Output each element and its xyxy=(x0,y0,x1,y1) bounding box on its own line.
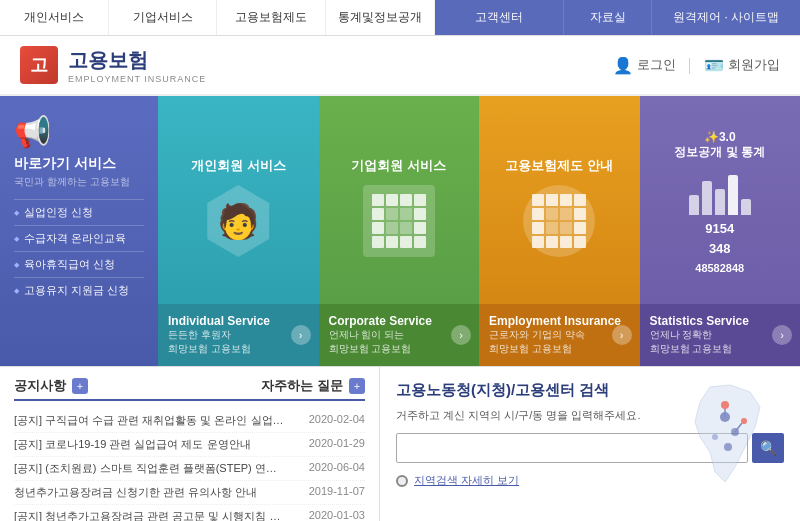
login-button[interactable]: 👤 로그인 xyxy=(613,56,676,75)
logo-text-block: 고용보험 EMPLOYMENT INSURANCE xyxy=(68,47,206,84)
notice-date: 2019-11-07 xyxy=(309,485,365,500)
faq-tab-label[interactable]: 자주하는 질문 xyxy=(261,377,343,395)
sidebar-link-4[interactable]: ◆ 고용유지 지원금 신청 xyxy=(14,277,144,303)
tile-employment-desc: 근로자와 기업의 약속 희망보험 고용보험 xyxy=(489,328,630,356)
svg-point-7 xyxy=(741,418,747,424)
tile-employment-icon xyxy=(523,185,595,257)
radio-button[interactable] xyxy=(396,475,408,487)
top-nav-insurance[interactable]: 고용보험제도 xyxy=(217,0,326,35)
region-search-label[interactable]: 지역검색 자세히 보기 xyxy=(414,473,519,488)
svg-point-3 xyxy=(724,443,732,451)
sidebar-subtitle: 국민과 함께하는 고용보험 xyxy=(14,175,144,189)
notice-item[interactable]: 청년추가고용장려금 신청기한 관련 유의사항 안내 2019-11-07 xyxy=(14,481,365,505)
megaphone-icon: 📢 xyxy=(14,114,144,149)
top-nav-corporate[interactable]: 기업서비스 xyxy=(109,0,218,35)
logo-icon: 고 xyxy=(20,46,58,84)
tile-employment-top: 고용보험제도 안내 xyxy=(479,96,640,304)
notice-item[interactable]: [공지] (조치원료) 스마트 직업훈련 플랫폼(STEP) 연계서비... 2… xyxy=(14,457,365,481)
tile-corporate-title-en: Corporate Service xyxy=(329,314,470,328)
faq-plus-btn[interactable]: + xyxy=(349,378,365,394)
header-divider: │ xyxy=(686,58,694,73)
top-navigation: 개인서비스 기업서비스 고용보험제도 통계및정보공개 고객센터 자료실 원격제어… xyxy=(0,0,800,36)
sidebar-link-2[interactable]: ◆ 수급자격 온라인교육 xyxy=(14,225,144,251)
bottom-section: 공지사항 + 자주하는 질문 + [공지] 구직급여 수급 관련 재취업활동 및… xyxy=(0,366,800,521)
tile-individual-icon: 🧑 xyxy=(202,185,274,257)
top-nav-personal[interactable]: 개인서비스 xyxy=(0,0,109,35)
notice-date: 2020-01-03 xyxy=(309,509,365,521)
tile-individual[interactable]: 개인회원 서비스 🧑 Individual Service 든든한 후원자 희망… xyxy=(158,96,319,366)
diamond-icon-4: ◆ xyxy=(14,287,19,295)
tile-employment[interactable]: 고용보험제도 안내 Employment Insurance 근로자와 기업의 … xyxy=(479,96,640,366)
signup-icon: 🪪 xyxy=(704,56,724,75)
top-nav-archive[interactable]: 자료실 xyxy=(564,0,653,35)
notice-text: [공지] 코로나19-19 관련 실업급여 제도 운영안내 xyxy=(14,437,251,452)
logo-english: EMPLOYMENT INSURANCE xyxy=(68,74,206,84)
tile-corporate-desc: 언제나 힘이 되는 희망보험 고용보험 xyxy=(329,328,470,356)
search-panel: 고용노동청(지청)/고용센터 검색 거주하고 계신 지역의 시/구/동 명을 입… xyxy=(380,367,800,521)
sidebar-title: 바로가기 서비스 xyxy=(14,155,144,173)
map-svg xyxy=(660,377,790,487)
grid-icon xyxy=(372,194,426,248)
sidebar-link-1[interactable]: ◆ 실업인정 신청 xyxy=(14,199,144,225)
notice-date: 2020-06-04 xyxy=(309,461,365,476)
tile-individual-title-en: Individual Service xyxy=(168,314,309,328)
tile-statistics[interactable]: ✨3.0 정보공개 및 통계 915434848582848 Statistic… xyxy=(640,96,801,366)
tile-statistics-top: ✨3.0 정보공개 및 통계 915434848582848 xyxy=(640,96,801,304)
grid-icon-2 xyxy=(532,194,586,248)
diamond-icon-1: ◆ xyxy=(14,209,19,217)
tile-corporate-top: 기업회원 서비스 xyxy=(319,96,480,304)
logo-korean: 고용보험 xyxy=(68,47,206,74)
notices-plus-btn[interactable]: + xyxy=(72,378,88,394)
statistics-numbers: 915434848582848 xyxy=(695,219,744,278)
hero-section: 📢 바로가기 서비스 국민과 함께하는 고용보험 ◆ 실업인정 신청 ◆ 수급자… xyxy=(0,96,800,366)
sidebar-link-3[interactable]: ◆ 육아휴직급여 신청 xyxy=(14,251,144,277)
tile-corporate[interactable]: 기업회원 서비스 Corporate Service 언제나 힘이 되는 희망보… xyxy=(319,96,480,366)
tile-statistics-bottom: Statistics Service 언제나 정확한 희망보험 고용보험 › xyxy=(640,304,801,366)
svg-point-5 xyxy=(721,401,729,409)
tile-statistics-arrow[interactable]: › xyxy=(772,325,792,345)
notice-text: [공지] 구직급여 수급 관련 재취업활동 및 온라인 실업인정 신청... xyxy=(14,413,284,428)
tile-employment-title-kr: 고용보험제도 안내 xyxy=(505,157,613,175)
login-label: 로그인 xyxy=(637,56,676,74)
notice-date: 2020-01-29 xyxy=(309,437,365,452)
signup-label: 회원가입 xyxy=(728,56,780,74)
notice-list: [공지] 구직급여 수급 관련 재취업활동 및 온라인 실업인정 신청... 2… xyxy=(14,409,365,521)
notice-item[interactable]: [공지] 청년추가고용장려금 관련 공고문 및 시행지침 안내 2020-01-… xyxy=(14,505,365,521)
tile-individual-top: 개인회원 서비스 🧑 xyxy=(158,96,319,304)
notices-faq-panel: 공지사항 + 자주하는 질문 + [공지] 구직급여 수급 관련 재취업활동 및… xyxy=(0,367,380,521)
tile-corporate-title-kr: 기업회원 서비스 xyxy=(351,157,446,175)
top-nav-customer[interactable]: 고객센터 xyxy=(435,0,564,35)
map-decoration xyxy=(660,377,790,490)
tile-corporate-icon xyxy=(363,185,435,257)
tile-statistics-title-kr: ✨3.0 정보공개 및 통계 xyxy=(674,130,765,161)
notice-item[interactable]: [공지] 코로나19-19 관련 실업급여 제도 운영안내 2020-01-29 xyxy=(14,433,365,457)
tile-individual-arrow[interactable]: › xyxy=(291,325,311,345)
notices-tabs: 공지사항 + 자주하는 질문 + xyxy=(14,377,365,401)
tile-statistics-title-en: Statistics Service xyxy=(650,314,791,328)
logo: 고 고용보험 EMPLOYMENT INSURANCE xyxy=(20,46,206,84)
tile-employment-arrow[interactable]: › xyxy=(612,325,632,345)
person-icon: 👤 xyxy=(613,56,633,75)
top-nav-stats[interactable]: 통계및정보공개 xyxy=(326,0,435,35)
tile-individual-title-kr: 개인회원 서비스 xyxy=(191,157,286,175)
diamond-icon-3: ◆ xyxy=(14,261,19,269)
tile-employment-title-en: Employment Insurance xyxy=(489,314,630,328)
notices-tab-label: 공지사항 xyxy=(14,377,66,395)
diamond-icon-2: ◆ xyxy=(14,235,19,243)
svg-point-2 xyxy=(712,434,718,440)
notice-text: [공지] 청년추가고용장려금 관련 공고문 및 시행지침 안내 xyxy=(14,509,284,521)
top-nav-remote[interactable]: 원격제어 · 사이트맵 xyxy=(652,0,800,35)
tile-individual-desc: 든든한 후원자 희망보험 고용보험 xyxy=(168,328,309,356)
notice-text: 청년추가고용장려금 신청기한 관련 유의사항 안내 xyxy=(14,485,257,500)
notice-text: [공지] (조치원료) 스마트 직업훈련 플랫폼(STEP) 연계서비... xyxy=(14,461,284,476)
site-header: 고 고용보험 EMPLOYMENT INSURANCE 👤 로그인 │ 🪪 회원… xyxy=(0,36,800,96)
notice-item[interactable]: [공지] 구직급여 수급 관련 재취업활동 및 온라인 실업인정 신청... 2… xyxy=(14,409,365,433)
tile-employment-bottom: Employment Insurance 근로자와 기업의 약속 희망보험 고용… xyxy=(479,304,640,366)
tile-corporate-arrow[interactable]: › xyxy=(451,325,471,345)
tile-statistics-desc: 언제나 정확한 희망보험 고용보험 xyxy=(650,328,791,356)
bar-chart-icon xyxy=(685,171,755,215)
signup-button[interactable]: 🪪 회원가입 xyxy=(704,56,780,75)
notice-date: 2020-02-04 xyxy=(309,413,365,428)
tile-individual-bottom: Individual Service 든든한 후원자 희망보험 고용보험 › xyxy=(158,304,319,366)
tile-corporate-bottom: Corporate Service 언제나 힘이 되는 희망보험 고용보험 › xyxy=(319,304,480,366)
